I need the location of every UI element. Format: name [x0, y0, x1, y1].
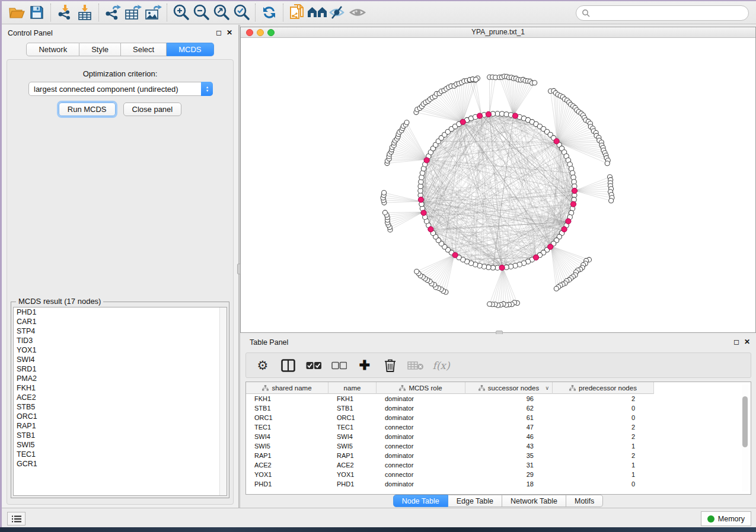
split-view-button[interactable]	[280, 357, 296, 374]
table-cell[interactable]: SWI4	[246, 432, 328, 441]
column-header[interactable]: shared name	[246, 382, 328, 394]
table-cell[interactable]: PHD1	[246, 479, 328, 489]
table-cell[interactable]: STB1	[328, 403, 377, 413]
zoom-out-button[interactable]	[191, 3, 211, 22]
close-panel-icon[interactable]: ✕	[227, 28, 232, 37]
tab-node-table[interactable]: Node Table	[393, 495, 448, 507]
node-table[interactable]: shared namenameMCDS rolesuccessor nodes∨…	[245, 382, 751, 495]
zoom-selected-button[interactable]	[231, 3, 251, 22]
mcds-result-item[interactable]: TID3	[14, 336, 227, 345]
mcds-result-item[interactable]: STB5	[14, 402, 227, 412]
search-input[interactable]	[590, 7, 748, 19]
mcds-result-item[interactable]: GCR1	[14, 459, 227, 469]
column-header[interactable]: name	[328, 382, 377, 394]
table-cell[interactable]: 1	[553, 470, 654, 479]
table-cell[interactable]: TEC1	[246, 422, 328, 432]
mcds-result-item[interactable]: RAP1	[14, 421, 227, 431]
mcds-result-item[interactable]: SRD1	[14, 364, 227, 374]
export-table-button[interactable]	[123, 3, 143, 22]
import-network-button[interactable]	[55, 3, 75, 22]
table-cell[interactable]: 18	[465, 479, 553, 489]
table-cell[interactable]: PHD1	[328, 479, 377, 489]
table-cell[interactable]: 0	[553, 403, 654, 413]
table-cell[interactable]: 2	[553, 451, 654, 460]
mcds-result-item[interactable]: PHD1	[14, 307, 227, 317]
zoom-fit-button[interactable]	[211, 3, 231, 22]
mcds-result-item[interactable]: SWI5	[14, 440, 227, 450]
add-column-button[interactable]: ✚	[356, 357, 373, 374]
table-cell[interactable]: ORC1	[328, 413, 377, 422]
table-cell[interactable]: connector	[377, 470, 465, 479]
maximize-window-icon[interactable]	[267, 29, 275, 36]
table-cell[interactable]: 0	[553, 479, 654, 489]
table-cell[interactable]: TEC1	[328, 422, 377, 432]
tab-style[interactable]: Style	[79, 43, 121, 56]
network-canvas[interactable]	[241, 38, 755, 332]
table-cell[interactable]: RAP1	[246, 451, 328, 460]
close-panel-icon[interactable]: ✕	[744, 338, 750, 346]
float-panel-icon[interactable]: ◻	[216, 28, 222, 37]
mcds-result-item[interactable]: STB1	[14, 431, 227, 440]
open-file-button[interactable]	[7, 3, 27, 22]
refresh-button[interactable]	[259, 3, 279, 22]
mcds-result-item[interactable]: CAR1	[14, 317, 227, 326]
table-cell[interactable]: 61	[465, 413, 553, 422]
close-window-icon[interactable]	[246, 29, 253, 36]
table-cell[interactable]: dominator	[377, 479, 465, 489]
export-image-button[interactable]	[143, 3, 163, 22]
table-cell[interactable]: dominator	[377, 451, 465, 460]
table-cell[interactable]: ORC1	[246, 413, 328, 422]
mcds-result-item[interactable]: FKH1	[14, 383, 227, 393]
table-cell[interactable]: ACE2	[246, 460, 328, 470]
column-header[interactable]: predecessor nodes	[553, 382, 654, 394]
sort-chevron-icon[interactable]: ∨	[545, 385, 549, 391]
table-cell[interactable]: ACE2	[328, 460, 377, 470]
import-table-button[interactable]	[75, 3, 95, 22]
tab-motifs[interactable]: Motifs	[566, 495, 603, 507]
table-row[interactable]: PHD1PHD1dominator180	[246, 479, 654, 489]
table-cell[interactable]: STB1	[246, 403, 328, 413]
tab-mcds[interactable]: MCDS	[167, 43, 213, 56]
tab-network[interactable]: Network	[26, 43, 79, 56]
table-cell[interactable]: connector	[377, 422, 465, 432]
mcds-result-item[interactable]: TEC1	[14, 450, 227, 459]
mcds-result-item[interactable]: ACE2	[14, 393, 227, 402]
table-cell[interactable]: dominator	[377, 413, 465, 422]
table-cell[interactable]: dominator	[377, 403, 465, 413]
table-row[interactable]: STB1STB1dominator620	[246, 403, 654, 413]
mcds-result-item[interactable]: YOX1	[14, 345, 227, 355]
save-session-button[interactable]	[27, 3, 47, 22]
table-cell[interactable]: 1	[553, 441, 654, 451]
criterion-dropdown[interactable]: largest connected component (undirected)…	[28, 82, 213, 96]
table-cell[interactable]: 2	[553, 394, 654, 403]
table-cell[interactable]: dominator	[377, 394, 465, 403]
table-cell[interactable]: 35	[465, 451, 553, 460]
column-header[interactable]: successor nodes∨	[465, 382, 553, 394]
task-history-button[interactable]	[7, 512, 25, 525]
delete-column-button[interactable]	[382, 357, 398, 374]
table-row[interactable]: SWI4SWI4dominator462	[246, 432, 654, 441]
table-cell[interactable]: FKH1	[328, 394, 377, 403]
mcds-list-scrollbar[interactable]	[219, 307, 227, 495]
table-cell[interactable]: 62	[465, 403, 553, 413]
duplicate-network-button[interactable]	[287, 3, 307, 22]
show-all-button[interactable]	[347, 3, 368, 22]
hide-selected-button[interactable]	[327, 3, 347, 22]
mcds-result-item[interactable]: PMA2	[14, 374, 227, 383]
zoom-in-button[interactable]	[171, 3, 191, 22]
table-cell[interactable]: 47	[465, 422, 553, 432]
table-cell[interactable]: FKH1	[246, 394, 328, 403]
search-box[interactable]	[576, 5, 749, 21]
table-row[interactable]: ORC1ORC1dominator610	[246, 413, 654, 422]
table-cell[interactable]: SWI5	[328, 441, 377, 451]
table-cell[interactable]: 1	[553, 460, 654, 470]
table-row[interactable]: YOX1YOX1connector291	[246, 470, 654, 479]
table-cell[interactable]: connector	[377, 441, 465, 451]
close-panel-button[interactable]: Close panel	[123, 102, 182, 116]
table-settings-button[interactable]: ⚙	[254, 357, 271, 374]
export-network-button[interactable]	[103, 3, 123, 22]
deselect-all-button[interactable]	[331, 357, 347, 374]
select-all-button[interactable]	[305, 357, 322, 374]
column-header[interactable]: MCDS role	[377, 382, 465, 394]
table-scrollbar-thumb[interactable]	[742, 396, 748, 447]
